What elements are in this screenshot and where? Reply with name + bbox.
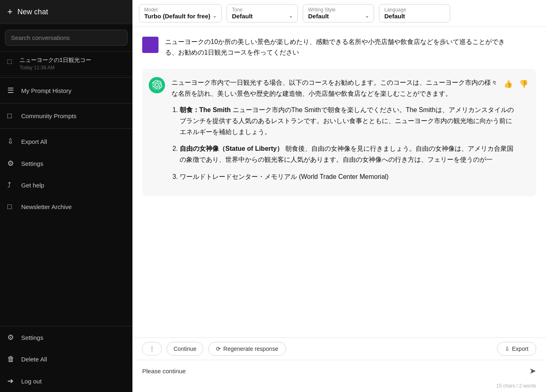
continue-button[interactable]: Continue [167, 342, 203, 356]
sidebar-item-settings[interactable]: ⚙ Settings [0, 152, 132, 174]
regenerate-icon: ⟳ [216, 346, 221, 352]
tone-select[interactable]: Tone Default ⌄ [227, 4, 298, 22]
chat-history-item[interactable]: □ ニューヨークの1日観光コー Today 11:38 AM [0, 52, 132, 76]
send-button[interactable]: ➤ [529, 366, 536, 376]
sidebar-bottom: ⚙ Settings 🗑 Delete All ➔ Log out [0, 326, 132, 392]
sidebar-item-log-out-label: Log out [21, 378, 42, 385]
send-icon: ➤ [529, 366, 536, 375]
sidebar-divider-1 [0, 77, 132, 78]
sidebar-item-get-help-label: Get help [21, 182, 44, 189]
get-help-icon: ⤴ [7, 181, 16, 189]
more-icon: ⋮ [149, 346, 155, 352]
ai-message-content: 👍 👎 ニューヨーク市内で一日観光する場合、以下のコースをお勧めします。このコー… [172, 77, 530, 188]
chat-bubble-icon: □ [7, 57, 15, 66]
export-button[interactable]: ⇩ Export [497, 342, 536, 356]
chat-item-time: Today 11:38 AM [20, 65, 91, 70]
thumbs-up-button[interactable]: 👍 [502, 79, 514, 89]
new-chat-label: New chat [18, 8, 48, 16]
ai-list: 朝食：The Smith ニューヨーク市内のThe Smithで朝食を楽しんでく… [180, 104, 518, 182]
settings-icon: ⚙ [7, 159, 16, 168]
sidebar-item-community-prompts[interactable]: □ Community Prompts [0, 105, 132, 127]
regenerate-label: Regenerate response [223, 346, 278, 352]
ai-list-item-2: 自由の女神像（Statue of Liberty） 朝食後、自由の女神像を見に行… [180, 143, 518, 165]
sidebar-item-settings2-label: Settings [21, 334, 43, 341]
settings2-icon: ⚙ [7, 333, 16, 342]
sidebar-item-delete-all[interactable]: 🗑 Delete All [0, 348, 132, 370]
community-prompts-icon: □ [7, 112, 16, 120]
newsletter-icon: □ [7, 203, 16, 211]
sidebar-item-delete-all-label: Delete All [21, 356, 47, 363]
tone-label: Tone [232, 7, 293, 13]
ai-list-item-3: ワールドトレードセンター・メモリアル (World Trade Center M… [180, 171, 518, 182]
export-label: Export [512, 346, 528, 352]
chat-area: ニューヨークの10か所の美しい景色が楽しめたり、感動できる名所や小売店舗や飲食店… [132, 27, 546, 337]
sidebar-item-newsletter[interactable]: □ Newsletter Archive [0, 196, 132, 218]
ai-list-item-1-title: 朝食：The Smith [180, 106, 231, 113]
ai-avatar [149, 77, 165, 93]
writing-style-chevron-icon: ⌄ [365, 13, 369, 19]
tone-value: Default [232, 13, 253, 20]
sidebar-item-log-out[interactable]: ➔ Log out [0, 370, 132, 392]
tone-chevron-icon: ⌄ [289, 13, 293, 19]
writing-style-label: Writing Style [308, 7, 369, 13]
sidebar-item-newsletter-label: Newsletter Archive [21, 203, 72, 210]
model-chevron-icon: ⌄ [213, 13, 216, 19]
export-icon: ⇩ [505, 346, 510, 352]
user-avatar [142, 37, 159, 53]
chat-input[interactable] [142, 368, 525, 374]
input-area: ➤ [132, 360, 546, 381]
sidebar-item-export-all-label: Export All [21, 138, 47, 145]
user-message-text: ニューヨークの10か所の美しい景色が楽しめたり、感動できる名所や小売店舗や飲食店… [165, 37, 511, 57]
language-value: Default [384, 13, 405, 20]
sidebar-divider-2 [0, 103, 132, 104]
model-label: Model [144, 7, 216, 13]
language-select[interactable]: Language Default [379, 4, 450, 22]
sidebar: + New chat □ ニューヨークの1日観光コー Today 11:38 A… [0, 0, 132, 392]
new-chat-button[interactable]: + New chat [0, 0, 132, 24]
sidebar-item-community-prompts-label: Community Prompts [21, 112, 77, 119]
sidebar-item-prompt-history[interactable]: ☰ My Prompt History [0, 79, 132, 101]
thumbs-down-button[interactable]: 👎 [517, 79, 530, 89]
writing-style-value: Default [308, 13, 329, 20]
prompt-history-icon: ☰ [7, 86, 16, 95]
language-label: Language [384, 7, 445, 13]
user-message: ニューヨークの10か所の美しい景色が楽しめたり、感動できる名所や小売店舗や飲食店… [142, 37, 536, 57]
sidebar-item-export-all[interactable]: ⇩ Export All [0, 130, 132, 152]
chars-info: 15 chars / 2 words [132, 381, 546, 392]
model-value: Turbo (Default for free) [144, 13, 210, 20]
ai-message: 👍 👎 ニューヨーク市内で一日観光する場合、以下のコースをお勧めします。このコー… [142, 69, 536, 196]
export-all-icon: ⇩ [7, 137, 16, 146]
toolbar: Model Turbo (Default for free) ⌄ Tone De… [132, 0, 546, 27]
more-options-button[interactable]: ⋮ [142, 342, 162, 356]
sidebar-item-prompt-history-label: My Prompt History [21, 87, 71, 94]
bottom-toolbar: ⋮ Continue ⟳ Regenerate response ⇩ Expor… [132, 337, 546, 360]
ai-intro-text: ニューヨーク市内で一日観光する場合、以下のコースをお勧めします。このコースは、ニ… [172, 77, 518, 99]
sidebar-divider-3 [0, 128, 132, 129]
ai-list-item-3-partial: ワールドトレードセンター・メモリアル (World Trade Center M… [180, 173, 389, 180]
sidebar-item-settings2[interactable]: ⚙ Settings [0, 326, 132, 348]
chat-item-title: ニューヨークの1日観光コー [20, 57, 91, 64]
model-select[interactable]: Model Turbo (Default for free) ⌄ [139, 4, 222, 22]
ai-list-item-1: 朝食：The Smith ニューヨーク市内のThe Smithで朝食を楽しんでく… [180, 104, 518, 138]
search-input[interactable] [5, 30, 128, 46]
log-out-icon: ➔ [7, 377, 16, 385]
ai-message-text: ニューヨーク市内で一日観光する場合、以下のコースをお勧めします。このコースは、ニ… [172, 77, 518, 182]
ai-list-item-2-title: 自由の女神像（Statue of Liberty） [180, 145, 283, 152]
regenerate-button[interactable]: ⟳ Regenerate response [208, 342, 286, 356]
main-content: Model Turbo (Default for free) ⌄ Tone De… [132, 0, 546, 392]
sidebar-item-get-help[interactable]: ⤴ Get help [0, 174, 132, 196]
sidebar-item-settings-label: Settings [21, 160, 43, 167]
writing-style-select[interactable]: Writing Style Default ⌄ [303, 4, 374, 22]
plus-icon: + [7, 7, 13, 17]
delete-all-icon: 🗑 [7, 355, 16, 363]
search-section [0, 24, 132, 52]
continue-label: Continue [174, 346, 196, 352]
